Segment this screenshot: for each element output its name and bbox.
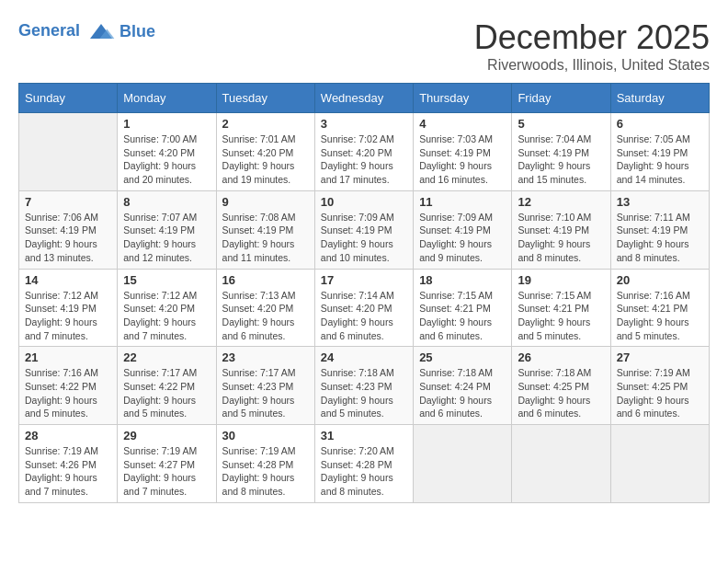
calendar-cell: 3Sunrise: 7:02 AM Sunset: 4:20 PM Daylig… [314, 113, 413, 191]
day-number: 17 [321, 273, 407, 287]
calendar-cell: 13Sunrise: 7:11 AM Sunset: 4:19 PM Dayli… [610, 190, 709, 269]
logo-line2: Blue [119, 22, 155, 41]
day-info: Sunrise: 7:07 AM Sunset: 4:19 PM Dayligh… [123, 211, 210, 265]
weekday-header-thursday: Thursday [414, 84, 512, 113]
day-info: Sunrise: 7:19 AM Sunset: 4:27 PM Dayligh… [123, 444, 210, 499]
day-info: Sunrise: 7:14 AM Sunset: 4:20 PM Dayligh… [321, 289, 407, 343]
calendar-cell: 23Sunrise: 7:17 AM Sunset: 4:23 PM Dayli… [216, 347, 314, 425]
day-number: 20 [617, 273, 703, 287]
day-info: Sunrise: 7:18 AM Sunset: 4:23 PM Dayligh… [321, 366, 407, 420]
day-info: Sunrise: 7:16 AM Sunset: 4:21 PM Dayligh… [617, 289, 703, 343]
day-info: Sunrise: 7:17 AM Sunset: 4:23 PM Dayligh… [222, 366, 309, 420]
calendar-cell: 10Sunrise: 7:09 AM Sunset: 4:19 PM Dayli… [314, 190, 413, 269]
week-row-4: 21Sunrise: 7:16 AM Sunset: 4:22 PM Dayli… [19, 347, 710, 425]
day-info: Sunrise: 7:12 AM Sunset: 4:20 PM Dayligh… [123, 289, 210, 343]
week-row-3: 14Sunrise: 7:12 AM Sunset: 4:19 PM Dayli… [19, 269, 710, 347]
calendar-cell: 29Sunrise: 7:19 AM Sunset: 4:27 PM Dayli… [118, 425, 216, 503]
calendar-cell: 21Sunrise: 7:16 AM Sunset: 4:22 PM Dayli… [19, 347, 118, 425]
calendar-cell: 14Sunrise: 7:12 AM Sunset: 4:19 PM Dayli… [19, 269, 118, 347]
day-number: 22 [123, 350, 210, 364]
day-number: 18 [419, 273, 506, 287]
weekday-header-sunday: Sunday [19, 84, 118, 113]
day-info: Sunrise: 7:03 AM Sunset: 4:19 PM Dayligh… [419, 132, 506, 187]
calendar-cell: 26Sunrise: 7:18 AM Sunset: 4:25 PM Dayli… [512, 347, 610, 425]
calendar-cell: 2Sunrise: 7:01 AM Sunset: 4:20 PM Daylig… [216, 113, 314, 191]
weekday-header-wednesday: Wednesday [314, 84, 413, 113]
day-number: 31 [321, 429, 407, 442]
calendar-cell: 25Sunrise: 7:18 AM Sunset: 4:24 PM Dayli… [414, 347, 512, 425]
day-number: 2 [222, 117, 309, 131]
calendar-cell: 28Sunrise: 7:19 AM Sunset: 4:26 PM Dayli… [19, 425, 118, 503]
calendar-cell: 5Sunrise: 7:04 AM Sunset: 4:19 PM Daylig… [512, 113, 610, 191]
calendar-cell: 9Sunrise: 7:08 AM Sunset: 4:19 PM Daylig… [216, 190, 314, 269]
day-number: 3 [321, 117, 407, 131]
day-info: Sunrise: 7:05 AM Sunset: 4:19 PM Dayligh… [617, 132, 703, 187]
day-number: 14 [25, 273, 111, 287]
day-info: Sunrise: 7:19 AM Sunset: 4:28 PM Dayligh… [222, 444, 309, 499]
day-number: 27 [617, 350, 703, 364]
day-number: 9 [222, 195, 309, 209]
calendar-cell: 6Sunrise: 7:05 AM Sunset: 4:19 PM Daylig… [610, 113, 709, 191]
day-info: Sunrise: 7:00 AM Sunset: 4:20 PM Dayligh… [123, 132, 210, 187]
calendar-cell: 1Sunrise: 7:00 AM Sunset: 4:20 PM Daylig… [118, 113, 216, 191]
day-number: 29 [123, 429, 210, 442]
calendar-body: 1Sunrise: 7:00 AM Sunset: 4:20 PM Daylig… [19, 113, 710, 503]
week-row-1: 1Sunrise: 7:00 AM Sunset: 4:20 PM Daylig… [19, 113, 710, 191]
day-number: 25 [419, 350, 506, 364]
weekday-header-friday: Friday [512, 84, 610, 113]
logo: General Blue [18, 18, 155, 44]
day-number: 15 [123, 273, 210, 287]
day-number: 21 [25, 350, 111, 364]
logo-icon [86, 18, 116, 44]
day-number: 16 [222, 273, 309, 287]
calendar-cell [512, 425, 610, 503]
weekday-header-monday: Monday [118, 84, 216, 113]
calendar-cell: 24Sunrise: 7:18 AM Sunset: 4:23 PM Dayli… [314, 347, 413, 425]
day-info: Sunrise: 7:04 AM Sunset: 4:19 PM Dayligh… [518, 132, 604, 187]
day-info: Sunrise: 7:15 AM Sunset: 4:21 PM Dayligh… [419, 289, 506, 343]
calendar-cell: 22Sunrise: 7:17 AM Sunset: 4:22 PM Dayli… [118, 347, 216, 425]
day-info: Sunrise: 7:11 AM Sunset: 4:19 PM Dayligh… [617, 211, 703, 265]
calendar-cell: 19Sunrise: 7:15 AM Sunset: 4:21 PM Dayli… [512, 269, 610, 347]
calendar-cell [610, 425, 709, 503]
calendar-cell: 27Sunrise: 7:19 AM Sunset: 4:25 PM Dayli… [610, 347, 709, 425]
calendar-cell: 12Sunrise: 7:10 AM Sunset: 4:19 PM Dayli… [512, 190, 610, 269]
day-info: Sunrise: 7:10 AM Sunset: 4:19 PM Dayligh… [518, 211, 604, 265]
location-subtitle: Riverwoods, Illinois, United States [474, 57, 710, 74]
day-number: 12 [518, 195, 604, 209]
calendar-cell: 11Sunrise: 7:09 AM Sunset: 4:19 PM Dayli… [414, 190, 512, 269]
day-number: 4 [419, 117, 506, 131]
day-info: Sunrise: 7:17 AM Sunset: 4:22 PM Dayligh… [123, 366, 210, 420]
calendar-cell [19, 113, 118, 191]
day-info: Sunrise: 7:02 AM Sunset: 4:20 PM Dayligh… [321, 132, 407, 187]
day-info: Sunrise: 7:19 AM Sunset: 4:26 PM Dayligh… [25, 444, 111, 499]
day-number: 10 [321, 195, 407, 209]
calendar-header-row: SundayMondayTuesdayWednesdayThursdayFrid… [19, 84, 710, 113]
day-info: Sunrise: 7:20 AM Sunset: 4:28 PM Dayligh… [321, 444, 407, 499]
calendar-cell [414, 425, 512, 503]
day-number: 19 [518, 273, 604, 287]
day-info: Sunrise: 7:06 AM Sunset: 4:19 PM Dayligh… [25, 211, 111, 265]
day-info: Sunrise: 7:12 AM Sunset: 4:19 PM Dayligh… [25, 289, 111, 343]
day-info: Sunrise: 7:18 AM Sunset: 4:25 PM Dayligh… [518, 366, 604, 420]
day-info: Sunrise: 7:13 AM Sunset: 4:20 PM Dayligh… [222, 289, 309, 343]
day-info: Sunrise: 7:01 AM Sunset: 4:20 PM Dayligh… [222, 132, 309, 187]
day-number: 11 [419, 195, 506, 209]
day-info: Sunrise: 7:08 AM Sunset: 4:19 PM Dayligh… [222, 211, 309, 265]
day-info: Sunrise: 7:09 AM Sunset: 4:19 PM Dayligh… [321, 211, 407, 265]
day-number: 8 [123, 195, 210, 209]
day-number: 7 [25, 195, 111, 209]
calendar-cell: 4Sunrise: 7:03 AM Sunset: 4:19 PM Daylig… [414, 113, 512, 191]
weekday-header-saturday: Saturday [610, 84, 709, 113]
calendar-cell: 20Sunrise: 7:16 AM Sunset: 4:21 PM Dayli… [610, 269, 709, 347]
day-info: Sunrise: 7:19 AM Sunset: 4:25 PM Dayligh… [617, 366, 703, 420]
calendar-table: SundayMondayTuesdayWednesdayThursdayFrid… [18, 83, 710, 503]
week-row-5: 28Sunrise: 7:19 AM Sunset: 4:26 PM Dayli… [19, 425, 710, 503]
page-header: General Blue December 2025 Riverwoods, I… [18, 18, 710, 74]
month-title: December 2025 [474, 18, 710, 57]
calendar-cell: 17Sunrise: 7:14 AM Sunset: 4:20 PM Dayli… [314, 269, 413, 347]
day-info: Sunrise: 7:16 AM Sunset: 4:22 PM Dayligh… [25, 366, 111, 420]
day-info: Sunrise: 7:09 AM Sunset: 4:19 PM Dayligh… [419, 211, 506, 265]
week-row-2: 7Sunrise: 7:06 AM Sunset: 4:19 PM Daylig… [19, 190, 710, 269]
calendar-cell: 30Sunrise: 7:19 AM Sunset: 4:28 PM Dayli… [216, 425, 314, 503]
